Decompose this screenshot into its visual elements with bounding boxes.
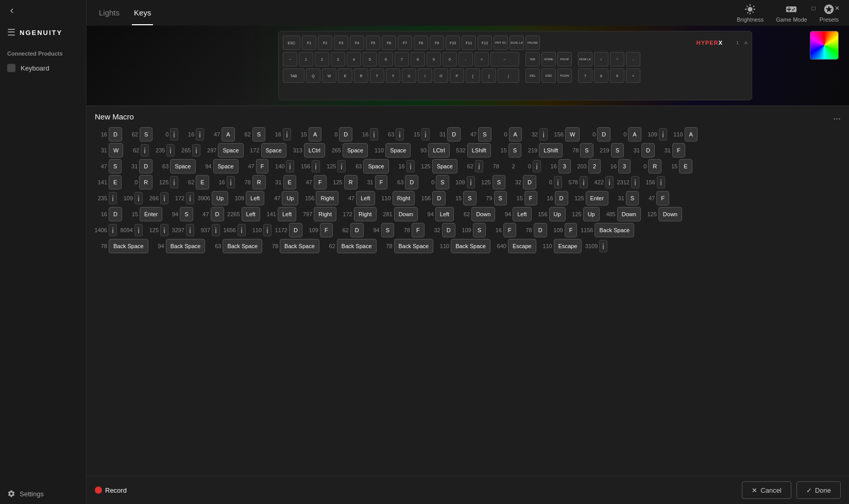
- cancel-button[interactable]: ✕ Cancel: [742, 481, 791, 499]
- macro-key-0-27[interactable]: S: [478, 127, 491, 142]
- macro-key-7-17[interactable]: Escape: [554, 239, 582, 253]
- macro-key-2-17[interactable]: Space: [363, 159, 388, 173]
- macro-key-1-1[interactable]: W: [109, 143, 123, 158]
- macro-key-1-11[interactable]: Space: [261, 143, 286, 158]
- macro-delay-4-1[interactable]: [109, 192, 117, 204]
- macro-key-4-31[interactable]: Enter: [586, 191, 608, 205]
- macro-key-5-23[interactable]: Left: [513, 207, 531, 221]
- kb-num9[interactable]: 9: [610, 68, 624, 83]
- kb-num-slash[interactable]: /: [594, 52, 608, 66]
- macro-sequence[interactable]: 16D62S01647A62S1615A0D16631531D47S0A3215…: [87, 125, 849, 476]
- kb-backslash[interactable]: |: [498, 68, 519, 83]
- macro-key-0-9[interactable]: A: [222, 127, 234, 142]
- macro-key-4-23[interactable]: S: [463, 191, 476, 205]
- brightness-control[interactable]: Brightness: [737, 4, 763, 23]
- kb-f9[interactable]: F9: [430, 36, 444, 50]
- macro-key-0-35[interactable]: D: [597, 127, 610, 142]
- macro-key-2-21[interactable]: Space: [432, 159, 457, 173]
- macro-delay-3-31[interactable]: [554, 176, 562, 188]
- macro-key-1-33[interactable]: F: [672, 143, 685, 158]
- macro-key-7-15[interactable]: Escape: [508, 239, 536, 253]
- macro-key-5-19[interactable]: Left: [435, 207, 454, 221]
- macro-key-4-15[interactable]: Right: [316, 191, 338, 205]
- macro-key-5-5[interactable]: S: [180, 207, 193, 221]
- macro-key-3-1[interactable]: E: [109, 175, 122, 189]
- macro-key-5-31[interactable]: Down: [658, 207, 682, 221]
- macro-key-4-29[interactable]: D: [555, 191, 568, 205]
- macro-delay-0-5[interactable]: [170, 128, 178, 141]
- macro-key-6-33[interactable]: F: [565, 223, 578, 237]
- kb-o[interactable]: O: [434, 68, 448, 83]
- macro-key-3-13[interactable]: E: [283, 175, 296, 189]
- macro-key-4-11[interactable]: Left: [246, 191, 264, 205]
- macro-key-0-1[interactable]: D: [109, 127, 122, 142]
- macro-key-4-27[interactable]: F: [524, 191, 537, 205]
- kb-home[interactable]: HOME: [541, 52, 556, 66]
- macro-key-3-7[interactable]: E: [196, 175, 209, 189]
- macro-key-2-31[interactable]: 2: [588, 159, 601, 173]
- kb-num-star[interactable]: *: [610, 52, 624, 66]
- macro-delay-0-19[interactable]: [370, 128, 378, 141]
- kb-num-lock[interactable]: NUM LK: [578, 52, 592, 66]
- kb-ins[interactable]: INS: [525, 52, 540, 66]
- gamemode-control[interactable]: Game Mode: [776, 4, 807, 23]
- macro-key-6-25[interactable]: D: [442, 223, 455, 237]
- macro-key-7-11[interactable]: Back Space: [394, 239, 434, 253]
- kb-7[interactable]: 7: [395, 52, 409, 66]
- macro-delay-3-25[interactable]: [467, 176, 475, 188]
- macro-delay-6-1[interactable]: [109, 224, 117, 236]
- kb-prtsc[interactable]: PRT SC: [494, 36, 508, 50]
- kb-e[interactable]: E: [338, 68, 352, 83]
- kb-lbracket[interactable]: [: [466, 68, 480, 83]
- macro-delay-2-11[interactable]: [286, 160, 294, 172]
- kb-t[interactable]: T: [370, 68, 384, 83]
- macro-key-3-15[interactable]: F: [314, 175, 327, 189]
- macro-key-6-29[interactable]: F: [503, 223, 516, 237]
- macro-delay-0-23[interactable]: [421, 128, 430, 141]
- record-button[interactable]: Record: [95, 486, 127, 494]
- macro-key-7-9[interactable]: Back Space: [337, 239, 377, 253]
- macro-delay-3-33[interactable]: [580, 176, 588, 188]
- kb-f5[interactable]: F5: [366, 36, 380, 50]
- macro-key-1-17[interactable]: Space: [385, 143, 411, 158]
- macro-key-7-3[interactable]: Back Space: [166, 239, 206, 253]
- macro-key-3-29[interactable]: D: [523, 175, 536, 189]
- macro-delay-3-37[interactable]: [631, 176, 639, 188]
- macro-delay-6-9[interactable]: [212, 224, 220, 236]
- back-button[interactable]: [0, 0, 86, 22]
- macro-key-4-19[interactable]: Right: [393, 191, 415, 205]
- kb-p[interactable]: P: [450, 68, 464, 83]
- macro-key-6-31[interactable]: D: [534, 223, 547, 237]
- tab-keys[interactable]: Keys: [132, 1, 153, 25]
- macro-delay-6-7[interactable]: [186, 224, 194, 236]
- macro-delay-6-3[interactable]: [134, 224, 143, 236]
- macro-key-4-35[interactable]: F: [656, 191, 669, 205]
- kb-q[interactable]: Q: [306, 68, 320, 83]
- macro-key-0-41[interactable]: A: [685, 127, 698, 142]
- macro-delay-0-31[interactable]: [539, 128, 548, 141]
- kb-f7[interactable]: F7: [398, 36, 412, 50]
- macro-key-2-9[interactable]: F: [256, 159, 269, 173]
- kb-f4[interactable]: F4: [350, 36, 364, 50]
- kb-i[interactable]: I: [418, 68, 432, 83]
- macro-key-1-9[interactable]: Space: [218, 143, 243, 158]
- tab-lights[interactable]: Lights: [97, 1, 122, 25]
- macro-delay-4-5[interactable]: [160, 192, 168, 204]
- macro-delay-2-27[interactable]: [533, 160, 541, 172]
- macro-key-2-33[interactable]: 3: [618, 159, 631, 173]
- macro-key-6-19[interactable]: D: [350, 223, 364, 237]
- macro-key-4-33[interactable]: S: [626, 191, 639, 205]
- macro-key-0-33[interactable]: W: [565, 127, 580, 142]
- macro-key-6-17[interactable]: F: [320, 223, 333, 237]
- macro-key-5-11[interactable]: Left: [278, 207, 296, 221]
- kb-w[interactable]: W: [322, 68, 336, 83]
- macro-key-5-13[interactable]: Right: [314, 207, 336, 221]
- color-wheel-thumbnail[interactable]: [810, 31, 839, 60]
- macro-key-4-13[interactable]: Up: [282, 191, 298, 205]
- macro-delay-7-19[interactable]: [599, 240, 607, 252]
- kb-minus[interactable]: -: [459, 52, 473, 66]
- macro-delay-4-3[interactable]: [134, 192, 143, 204]
- macro-key-3-21[interactable]: D: [405, 175, 418, 189]
- kb-tilde[interactable]: ~: [283, 52, 297, 66]
- macro-key-1-19[interactable]: LCtrl: [428, 143, 449, 158]
